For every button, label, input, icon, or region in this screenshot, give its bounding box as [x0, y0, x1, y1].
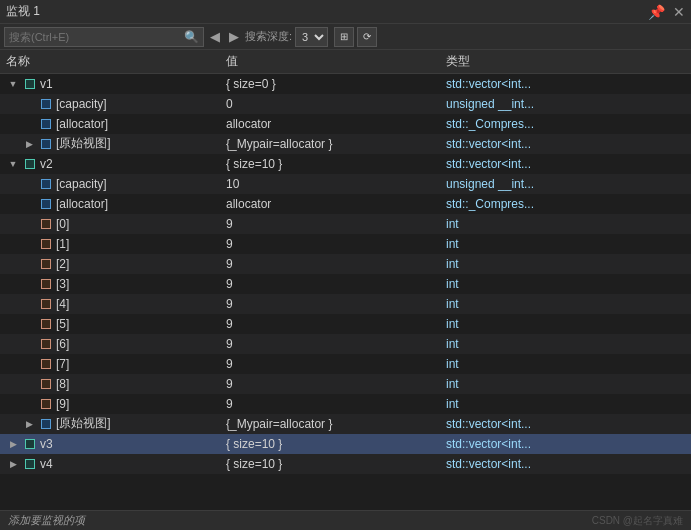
value-cell[interactable]: 9 [220, 274, 440, 294]
table-row[interactable]: [7]9int [0, 354, 691, 374]
title-bar: 监视 1 📌 ✕ [0, 0, 691, 24]
name-cell: ▶[原始视图] [0, 414, 220, 434]
variable-name: v4 [40, 457, 53, 471]
orange-cube-icon [39, 297, 53, 311]
value-cell[interactable]: allocator [220, 194, 440, 214]
value-cell[interactable]: 9 [220, 214, 440, 234]
table-row[interactable]: [6]9int [0, 334, 691, 354]
table-row[interactable]: [1]9int [0, 234, 691, 254]
orange-cube-icon [39, 257, 53, 271]
search-input[interactable] [9, 31, 181, 43]
value-cell[interactable]: allocator [220, 114, 440, 134]
variable-name: [allocator] [56, 197, 108, 211]
table-row[interactable]: ▶[原始视图]{_Mypair=allocator }std::vector<i… [0, 134, 691, 154]
variable-name: v3 [40, 437, 53, 451]
blue-cube-icon [39, 197, 53, 211]
expand-button[interactable]: ▶ [22, 137, 36, 151]
blue-cube-icon [39, 137, 53, 151]
type-cell: std::_Compres... [440, 114, 691, 134]
table-row[interactable]: [4]9int [0, 294, 691, 314]
window-title: 监视 1 [6, 3, 40, 20]
variable-name: v1 [40, 77, 53, 91]
table-row[interactable]: [5]9int [0, 314, 691, 334]
variable-name: [7] [56, 357, 69, 371]
name-cell: [5] [0, 314, 220, 334]
watermark: CSDN @起名字真难 [592, 514, 683, 528]
table-row[interactable]: [capacity]10unsigned __int... [0, 174, 691, 194]
table-row[interactable]: [allocator]allocatorstd::_Compres... [0, 114, 691, 134]
table-row[interactable]: [9]9int [0, 394, 691, 414]
expand-button[interactable]: ▶ [6, 437, 20, 451]
type-cell: std::vector<int... [440, 134, 691, 154]
orange-cube-icon [39, 277, 53, 291]
variable-name: [2] [56, 257, 69, 271]
depth-select[interactable]: 3 1 2 4 5 [295, 27, 328, 47]
type-cell: int [440, 334, 691, 354]
value-cell[interactable]: 9 [220, 394, 440, 414]
table-row[interactable]: [allocator]allocatorstd::_Compres... [0, 194, 691, 214]
value-cell[interactable]: 9 [220, 334, 440, 354]
value-cell[interactable]: 10 [220, 174, 440, 194]
toggle-view-button[interactable]: ⊞ [334, 27, 354, 47]
name-cell: [allocator] [0, 114, 220, 134]
table-row[interactable]: [8]9int [0, 374, 691, 394]
value-cell[interactable]: 9 [220, 234, 440, 254]
table-row[interactable]: [3]9int [0, 274, 691, 294]
value-cell[interactable]: 9 [220, 354, 440, 374]
value-cell[interactable]: { size=10 } [220, 434, 440, 454]
search-box[interactable]: 🔍 [4, 27, 204, 47]
table-row[interactable]: ▼v1{ size=0 }std::vector<int... [0, 74, 691, 94]
refresh-button[interactable]: ⟳ [357, 27, 377, 47]
value-cell[interactable]: 9 [220, 314, 440, 334]
bottom-bar: 添加要监视的项 CSDN @起名字真难 [0, 510, 691, 530]
col-header-value: 值 [220, 50, 440, 74]
watch-table-container[interactable]: 名称 值 类型 ▼v1{ size=0 }std::vector<int...[… [0, 50, 691, 510]
variable-name: [9] [56, 397, 69, 411]
pin-icon[interactable]: 📌 [648, 4, 665, 20]
teal-cube-icon [23, 157, 37, 171]
table-row[interactable]: ▶[原始视图]{_Mypair=allocator }std::vector<i… [0, 414, 691, 434]
blue-cube-icon [39, 117, 53, 131]
orange-cube-icon [39, 217, 53, 231]
type-cell: int [440, 294, 691, 314]
table-row[interactable]: ▶v3{ size=10 }std::vector<int... [0, 434, 691, 454]
expand-button[interactable]: ▼ [6, 77, 20, 91]
variable-name: [5] [56, 317, 69, 331]
value-cell[interactable]: {_Mypair=allocator } [220, 134, 440, 154]
variable-name: [4] [56, 297, 69, 311]
value-cell[interactable]: 9 [220, 374, 440, 394]
value-cell[interactable]: 9 [220, 294, 440, 314]
name-cell: [0] [0, 214, 220, 234]
variable-name: [capacity] [56, 177, 107, 191]
col-header-name: 名称 [0, 50, 220, 74]
name-cell: [6] [0, 334, 220, 354]
table-row[interactable]: [0]9int [0, 214, 691, 234]
value-cell[interactable]: { size=10 } [220, 154, 440, 174]
expand-button[interactable]: ▼ [6, 157, 20, 171]
type-cell: unsigned __int... [440, 174, 691, 194]
orange-cube-icon [39, 397, 53, 411]
blue-cube-icon [39, 417, 53, 431]
expand-button[interactable]: ▶ [6, 457, 20, 471]
value-cell[interactable]: 0 [220, 94, 440, 114]
close-icon[interactable]: ✕ [673, 4, 685, 20]
table-row[interactable]: [2]9int [0, 254, 691, 274]
value-cell[interactable]: { size=0 } [220, 74, 440, 94]
value-cell[interactable]: { size=10 } [220, 454, 440, 474]
variable-name: [原始视图] [56, 415, 111, 432]
value-cell[interactable]: {_Mypair=allocator } [220, 414, 440, 434]
table-row[interactable]: ▼v2{ size=10 }std::vector<int... [0, 154, 691, 174]
type-cell: std::vector<int... [440, 434, 691, 454]
table-row[interactable]: [capacity]0unsigned __int... [0, 94, 691, 114]
variable-name: [3] [56, 277, 69, 291]
table-row[interactable]: ▶v4{ size=10 }std::vector<int... [0, 454, 691, 474]
name-cell: [capacity] [0, 174, 220, 194]
nav-back-button[interactable]: ◀ [207, 28, 223, 45]
name-cell: ▶v4 [0, 454, 220, 474]
nav-forward-button[interactable]: ▶ [226, 28, 242, 45]
expand-button[interactable]: ▶ [22, 417, 36, 431]
value-cell[interactable]: 9 [220, 254, 440, 274]
table-header-row: 名称 值 类型 [0, 50, 691, 74]
add-watch-label[interactable]: 添加要监视的项 [8, 513, 85, 528]
variable-name: [capacity] [56, 97, 107, 111]
